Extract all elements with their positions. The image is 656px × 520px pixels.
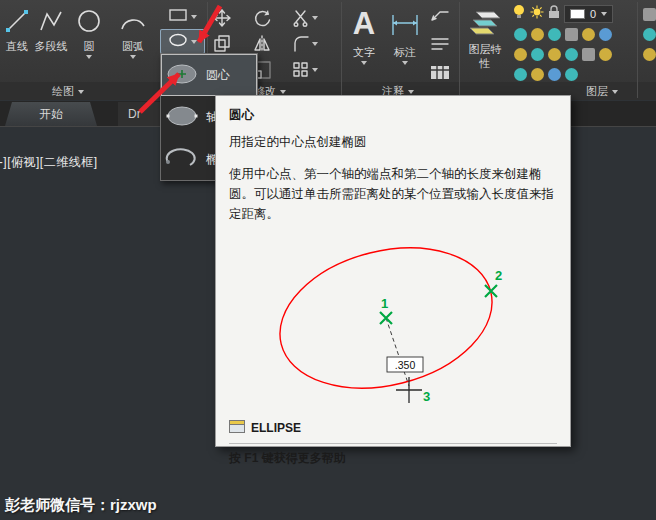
- text-lines-icon: [430, 35, 450, 53]
- leader-button[interactable]: [430, 6, 450, 28]
- layer-color-swatch: [570, 9, 585, 19]
- chevron-down-icon: [612, 90, 618, 94]
- table-button[interactable]: [430, 64, 450, 86]
- watermark-text: 彭老师微信号：rjzxwp: [5, 496, 157, 515]
- ellipse-tool-button[interactable]: [160, 29, 205, 54]
- text-button-label: 文字: [353, 45, 375, 60]
- mirror-button[interactable]: [252, 31, 292, 57]
- dimension-value: .350: [395, 359, 416, 371]
- layer-tool-icon[interactable]: [514, 48, 527, 61]
- panel-separator: [637, 2, 638, 98]
- dimension-button[interactable]: 标注: [386, 4, 424, 65]
- chevron-down-icon: [130, 55, 136, 59]
- rotate-button[interactable]: [252, 5, 292, 31]
- tooltip-subtitle: 用指定的中心点创建椭圆: [229, 134, 557, 151]
- mirror-icon: [252, 34, 272, 54]
- fillet-button[interactable]: [292, 31, 332, 57]
- rectangle-tool-button[interactable]: [160, 4, 205, 29]
- copy-icon: [212, 34, 232, 54]
- chevron-down-icon: [312, 16, 318, 20]
- ellipse-diagram: 1 2 .350 3: [229, 226, 559, 418]
- chevron-down-icon: [78, 90, 84, 94]
- move-button[interactable]: [212, 5, 252, 31]
- layer-select-control[interactable]: 0: [564, 5, 613, 23]
- chevron-down-icon: [191, 15, 197, 19]
- chevron-down-icon: [408, 90, 414, 94]
- text-button[interactable]: A 文字: [346, 4, 382, 65]
- layer-tool-icon[interactable]: [548, 28, 561, 41]
- marker-3-label: 3: [423, 389, 430, 404]
- marker-1-x-icon: [380, 312, 392, 324]
- clipped-tool-icon[interactable]: [643, 8, 656, 21]
- tooltip-command: ELLIPSE: [251, 421, 301, 435]
- dimension-icon: [388, 4, 422, 44]
- array-icon: [292, 60, 310, 80]
- layer-tool-icon[interactable]: [514, 68, 527, 81]
- arc-icon: [119, 4, 147, 38]
- dimension-button-label: 标注: [394, 45, 416, 60]
- layer-tool-icon[interactable]: [582, 28, 595, 41]
- arc-button[interactable]: 圆弧: [112, 4, 154, 59]
- tab-drawing-label: Dr: [128, 107, 141, 121]
- tooltip-divider: [229, 443, 557, 444]
- tooltip-ellipse-center: 圆心 用指定的中心点创建椭圆 使用中心点、第一个轴的端点和第二个轴的长度来创建椭…: [215, 95, 571, 447]
- trim-button[interactable]: [292, 5, 332, 31]
- layer-tool-icon[interactable]: [565, 28, 578, 41]
- layer-tool-icon[interactable]: [565, 48, 578, 61]
- dropdown-item-center[interactable]: 圆心: [161, 54, 257, 96]
- line-button[interactable]: 直线: [2, 4, 32, 54]
- text-icon: A: [353, 4, 375, 44]
- fillet-icon: [292, 34, 310, 54]
- dropdown-item-label: 圆心: [206, 67, 230, 84]
- layer-tool-icon[interactable]: [565, 68, 578, 81]
- viewport-controls[interactable]: [-][俯视][二维线框]: [0, 154, 98, 171]
- polyline-icon: [38, 4, 64, 38]
- chevron-down-icon: [86, 55, 92, 59]
- leader-icon: [430, 6, 450, 24]
- polyline-button[interactable]: 多段线: [31, 4, 71, 54]
- array-button[interactable]: [292, 57, 332, 83]
- autocad-window: 直线 多段线 圆 圆弧: [0, 0, 656, 520]
- scale-button[interactable]: [252, 57, 292, 83]
- current-layer-name: 0: [590, 8, 596, 20]
- line-button-label: 直线: [6, 39, 28, 54]
- layer-tool-icon[interactable]: [548, 68, 561, 81]
- tab-start[interactable]: 开始: [5, 102, 97, 126]
- circle-button[interactable]: 圆: [72, 4, 106, 59]
- bulb-icon[interactable]: [512, 4, 526, 24]
- panel-label-layers[interactable]: 图层: [572, 85, 632, 98]
- multiline-text-button[interactable]: [430, 35, 450, 57]
- chevron-down-icon: [361, 61, 367, 65]
- sun-icon[interactable]: [530, 5, 544, 23]
- layer-tool-icon[interactable]: [582, 48, 595, 61]
- lock-icon[interactable]: [548, 5, 560, 23]
- layer-tools-row-2: [514, 48, 612, 61]
- layer-tool-icon[interactable]: [599, 28, 612, 41]
- tooltip-command-row: ELLIPSE: [229, 420, 557, 436]
- panel-label-draw[interactable]: 绘图: [38, 85, 98, 98]
- layer-state-row: 0: [512, 4, 613, 24]
- line-icon: [4, 4, 30, 38]
- tooltip-title: 圆心: [229, 107, 557, 124]
- layer-tool-icon[interactable]: [531, 48, 544, 61]
- trim-icon: [292, 8, 310, 28]
- layer-tool-icon[interactable]: [531, 68, 544, 81]
- chevron-down-icon: [402, 61, 408, 65]
- layer-tool-icon[interactable]: [548, 48, 561, 61]
- chevron-down-icon: [191, 40, 197, 44]
- layer-tools-row-3: [514, 68, 578, 81]
- layer-tool-icon[interactable]: [514, 28, 527, 41]
- marker-1-label: 1: [381, 296, 388, 311]
- clipped-tool-icon[interactable]: [643, 48, 656, 61]
- dashed-axis-line: [386, 318, 409, 386]
- ellipse-icon: [168, 32, 188, 52]
- layer-tool-icon[interactable]: [599, 48, 612, 61]
- ribbon: 直线 多段线 圆 圆弧: [0, 0, 656, 100]
- layer-tool-icon[interactable]: [531, 28, 544, 41]
- chevron-down-icon: [280, 90, 286, 94]
- marker-2-label: 2: [495, 268, 502, 283]
- panel-separator: [459, 2, 460, 98]
- clipped-tool-icon[interactable]: [643, 28, 656, 41]
- tooltip-body: 使用中心点、第一个轴的端点和第二个轴的长度来创建椭圆。可以通过单击所需距离处的某…: [229, 164, 557, 224]
- layer-properties-button[interactable]: 图层特性: [464, 4, 506, 71]
